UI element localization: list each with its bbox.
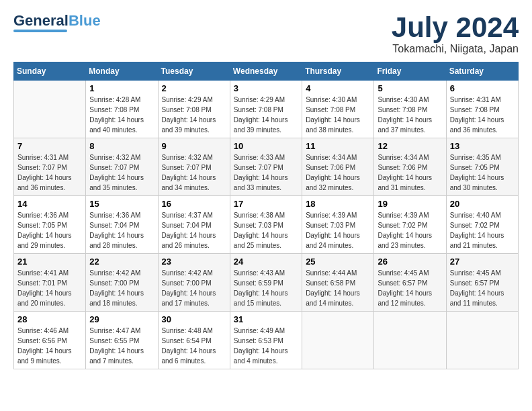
month-title: July 2024	[392, 13, 519, 42]
day-info: Sunrise: 4:30 AM Sunset: 7:08 PM Dayligh…	[378, 95, 442, 135]
day-number: 29	[89, 314, 154, 324]
day-number: 13	[450, 141, 515, 151]
day-info: Sunrise: 4:42 AM Sunset: 7:00 PM Dayligh…	[162, 268, 226, 308]
day-info: Sunrise: 4:38 AM Sunset: 7:03 PM Dayligh…	[234, 210, 298, 250]
calendar-cell: 11Sunrise: 4:34 AM Sunset: 7:06 PM Dayli…	[302, 138, 374, 196]
calendar-cell: 29Sunrise: 4:47 AM Sunset: 6:55 PM Dayli…	[86, 312, 158, 369]
day-info: Sunrise: 4:29 AM Sunset: 7:08 PM Dayligh…	[162, 95, 226, 135]
day-number: 25	[306, 257, 370, 267]
calendar-cell	[446, 312, 518, 369]
calendar-cell: 13Sunrise: 4:35 AM Sunset: 7:05 PM Dayli…	[446, 138, 518, 196]
calendar-cell: 12Sunrise: 4:34 AM Sunset: 7:06 PM Dayli…	[374, 138, 446, 196]
calendar-cell: 9Sunrise: 4:32 AM Sunset: 7:07 PM Daylig…	[158, 138, 230, 196]
day-info: Sunrise: 4:29 AM Sunset: 7:08 PM Dayligh…	[234, 95, 298, 135]
day-number: 22	[89, 257, 154, 267]
week-row-2: 7Sunrise: 4:31 AM Sunset: 7:07 PM Daylig…	[14, 138, 519, 196]
day-number: 3	[234, 83, 298, 93]
day-number: 17	[234, 199, 298, 209]
day-info: Sunrise: 4:47 AM Sunset: 6:55 PM Dayligh…	[89, 326, 154, 366]
day-number: 24	[234, 257, 298, 267]
calendar-cell: 17Sunrise: 4:38 AM Sunset: 7:03 PM Dayli…	[230, 196, 302, 254]
day-info: Sunrise: 4:41 AM Sunset: 7:01 PM Dayligh…	[17, 268, 82, 308]
calendar-cell: 25Sunrise: 4:44 AM Sunset: 6:58 PM Dayli…	[302, 254, 374, 312]
weekday-header-sunday: Sunday	[14, 62, 86, 81]
day-info: Sunrise: 4:48 AM Sunset: 6:54 PM Dayligh…	[162, 326, 226, 366]
day-number: 5	[378, 83, 442, 93]
day-number: 28	[17, 314, 82, 324]
day-info: Sunrise: 4:39 AM Sunset: 7:03 PM Dayligh…	[306, 210, 370, 250]
weekday-header-row: SundayMondayTuesdayWednesdayThursdayFrid…	[14, 62, 519, 81]
calendar-cell: 19Sunrise: 4:39 AM Sunset: 7:02 PM Dayli…	[374, 196, 446, 254]
calendar-cell: 22Sunrise: 4:42 AM Sunset: 7:00 PM Dayli…	[86, 254, 158, 312]
week-row-5: 28Sunrise: 4:46 AM Sunset: 6:56 PM Dayli…	[14, 312, 519, 369]
day-info: Sunrise: 4:33 AM Sunset: 7:07 PM Dayligh…	[234, 152, 298, 193]
day-number: 18	[306, 199, 370, 209]
day-number: 1	[89, 83, 154, 93]
day-info: Sunrise: 4:42 AM Sunset: 7:00 PM Dayligh…	[89, 268, 154, 308]
calendar: SundayMondayTuesdayWednesdayThursdayFrid…	[13, 62, 519, 369]
day-info: Sunrise: 4:37 AM Sunset: 7:04 PM Dayligh…	[162, 210, 226, 250]
day-number: 4	[306, 83, 370, 93]
calendar-cell	[302, 312, 374, 369]
day-info: Sunrise: 4:32 AM Sunset: 7:07 PM Dayligh…	[162, 152, 226, 193]
day-info: Sunrise: 4:28 AM Sunset: 7:08 PM Dayligh…	[89, 95, 154, 135]
calendar-cell	[374, 312, 446, 369]
calendar-cell: 28Sunrise: 4:46 AM Sunset: 6:56 PM Dayli…	[14, 312, 86, 369]
day-number: 19	[378, 199, 442, 209]
calendar-cell: 10Sunrise: 4:33 AM Sunset: 7:07 PM Dayli…	[230, 138, 302, 196]
day-number: 30	[162, 314, 226, 324]
day-number: 15	[89, 199, 154, 209]
calendar-cell: 1Sunrise: 4:28 AM Sunset: 7:08 PM Daylig…	[86, 81, 158, 138]
day-info: Sunrise: 4:49 AM Sunset: 6:53 PM Dayligh…	[234, 326, 298, 366]
day-info: Sunrise: 4:30 AM Sunset: 7:08 PM Dayligh…	[306, 95, 370, 135]
calendar-cell: 4Sunrise: 4:30 AM Sunset: 7:08 PM Daylig…	[302, 81, 374, 138]
calendar-cell: 21Sunrise: 4:41 AM Sunset: 7:01 PM Dayli…	[14, 254, 86, 312]
logo: GeneralBlue	[13, 13, 101, 32]
calendar-cell: 14Sunrise: 4:36 AM Sunset: 7:05 PM Dayli…	[14, 196, 86, 254]
day-number: 11	[306, 141, 370, 151]
weekday-header-saturday: Saturday	[446, 62, 518, 81]
calendar-cell	[14, 81, 86, 138]
day-info: Sunrise: 4:45 AM Sunset: 6:57 PM Dayligh…	[378, 268, 442, 308]
day-info: Sunrise: 4:39 AM Sunset: 7:02 PM Dayligh…	[378, 210, 442, 250]
calendar-cell: 26Sunrise: 4:45 AM Sunset: 6:57 PM Dayli…	[374, 254, 446, 312]
logo-bar	[13, 30, 67, 32]
week-row-3: 14Sunrise: 4:36 AM Sunset: 7:05 PM Dayli…	[14, 196, 519, 254]
day-number: 6	[450, 83, 515, 93]
week-row-4: 21Sunrise: 4:41 AM Sunset: 7:01 PM Dayli…	[14, 254, 519, 312]
calendar-cell: 31Sunrise: 4:49 AM Sunset: 6:53 PM Dayli…	[230, 312, 302, 369]
calendar-cell: 23Sunrise: 4:42 AM Sunset: 7:00 PM Dayli…	[158, 254, 230, 312]
day-info: Sunrise: 4:44 AM Sunset: 6:58 PM Dayligh…	[306, 268, 370, 308]
day-number: 23	[162, 257, 226, 267]
week-row-1: 1Sunrise: 4:28 AM Sunset: 7:08 PM Daylig…	[14, 81, 519, 138]
calendar-cell: 3Sunrise: 4:29 AM Sunset: 7:08 PM Daylig…	[230, 81, 302, 138]
header: GeneralBlue July 2024 Tokamachi, Niigata…	[13, 13, 519, 55]
day-number: 21	[17, 257, 82, 267]
day-number: 8	[89, 141, 154, 151]
calendar-cell: 18Sunrise: 4:39 AM Sunset: 7:03 PM Dayli…	[302, 196, 374, 254]
day-info: Sunrise: 4:43 AM Sunset: 6:59 PM Dayligh…	[234, 268, 298, 308]
day-info: Sunrise: 4:36 AM Sunset: 7:05 PM Dayligh…	[17, 210, 82, 250]
day-number: 27	[450, 257, 515, 267]
day-number: 7	[17, 141, 82, 151]
calendar-cell: 7Sunrise: 4:31 AM Sunset: 7:07 PM Daylig…	[14, 138, 86, 196]
calendar-cell: 15Sunrise: 4:36 AM Sunset: 7:04 PM Dayli…	[86, 196, 158, 254]
day-number: 9	[162, 141, 226, 151]
day-info: Sunrise: 4:34 AM Sunset: 7:06 PM Dayligh…	[306, 152, 370, 193]
day-info: Sunrise: 4:45 AM Sunset: 6:57 PM Dayligh…	[450, 268, 515, 308]
day-number: 12	[378, 141, 442, 151]
calendar-cell: 24Sunrise: 4:43 AM Sunset: 6:59 PM Dayli…	[230, 254, 302, 312]
weekday-header-thursday: Thursday	[302, 62, 374, 81]
day-number: 31	[234, 314, 298, 324]
calendar-cell: 2Sunrise: 4:29 AM Sunset: 7:08 PM Daylig…	[158, 81, 230, 138]
weekday-header-wednesday: Wednesday	[230, 62, 302, 81]
calendar-cell: 20Sunrise: 4:40 AM Sunset: 7:02 PM Dayli…	[446, 196, 518, 254]
calendar-cell: 8Sunrise: 4:32 AM Sunset: 7:07 PM Daylig…	[86, 138, 158, 196]
weekday-header-friday: Friday	[374, 62, 446, 81]
calendar-cell: 16Sunrise: 4:37 AM Sunset: 7:04 PM Dayli…	[158, 196, 230, 254]
calendar-cell: 30Sunrise: 4:48 AM Sunset: 6:54 PM Dayli…	[158, 312, 230, 369]
day-info: Sunrise: 4:35 AM Sunset: 7:05 PM Dayligh…	[450, 152, 515, 193]
day-info: Sunrise: 4:34 AM Sunset: 7:06 PM Dayligh…	[378, 152, 442, 193]
weekday-header-tuesday: Tuesday	[158, 62, 230, 81]
calendar-cell: 6Sunrise: 4:31 AM Sunset: 7:08 PM Daylig…	[446, 81, 518, 138]
